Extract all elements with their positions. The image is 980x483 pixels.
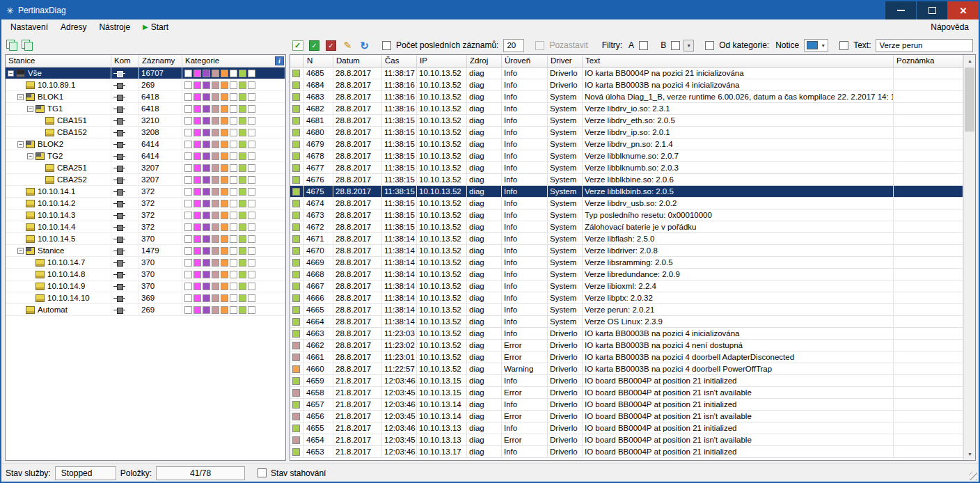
- category-color-square[interactable]: [193, 235, 201, 243]
- log-row[interactable]: 465821.8.201712:03:4510.10.13.15diagErro…: [290, 387, 963, 399]
- log-row[interactable]: 465421.8.201712:03:4510.10.13.13diagErro…: [290, 434, 963, 446]
- category-color-square[interactable]: [184, 188, 192, 196]
- category-color-square[interactable]: [193, 271, 201, 278]
- copy-all-icon[interactable]: [22, 40, 33, 51]
- category-color-square[interactable]: [221, 117, 228, 125]
- column-header-text[interactable]: Text: [583, 55, 894, 68]
- category-color-square[interactable]: [239, 212, 246, 219]
- category-color-square[interactable]: [184, 283, 192, 290]
- category-color-square[interactable]: [184, 294, 192, 302]
- log-row[interactable]: 465521.8.201712:03:4610.10.13.13diagInfo…: [290, 422, 963, 434]
- category-color-square[interactable]: [203, 306, 210, 314]
- column-header-datum[interactable]: Datum: [333, 55, 382, 68]
- category-color-square[interactable]: [203, 283, 210, 290]
- column-header-n[interactable]: N: [304, 55, 333, 68]
- category-color-square[interactable]: [239, 152, 246, 160]
- log-row[interactable]: 467828.8.201711:38:1510.10.13.52diagInfo…: [290, 150, 963, 162]
- tree-row[interactable]: 10.10.14.2372: [6, 198, 285, 209]
- category-color-square[interactable]: [203, 235, 210, 243]
- category-color-square[interactable]: [248, 306, 255, 314]
- log-row[interactable]: 466728.8.201711:38:1410.10.13.52diagInfo…: [290, 280, 963, 292]
- category-color-square[interactable]: [248, 105, 255, 113]
- category-color-square[interactable]: [248, 283, 255, 290]
- category-color-square[interactable]: [230, 188, 237, 196]
- column-header-driver[interactable]: Driver: [548, 55, 583, 68]
- category-color-square[interactable]: [212, 259, 219, 267]
- category-color-square[interactable]: [248, 188, 255, 196]
- category-color-square[interactable]: [184, 152, 192, 160]
- category-color-square[interactable]: [212, 129, 219, 136]
- category-color-square[interactable]: [239, 188, 246, 196]
- category-color-square[interactable]: [193, 294, 201, 302]
- category-color-square[interactable]: [203, 141, 210, 148]
- category-color-square[interactable]: [239, 141, 246, 148]
- category-color-square[interactable]: [221, 294, 228, 302]
- category-color-square[interactable]: [212, 70, 219, 77]
- filter-b-checkbox[interactable]: [671, 41, 680, 50]
- category-color-square[interactable]: [248, 164, 255, 172]
- log-row[interactable]: 467028.8.201711:38:1410.10.13.52diagInfo…: [290, 245, 963, 257]
- log-row[interactable]: 467128.8.201711:38:1410.10.13.52diagInfo…: [290, 233, 963, 245]
- category-color-square[interactable]: [193, 259, 201, 267]
- log-row[interactable]: 468528.8.201711:38:1710.10.13.52diagInfo…: [290, 68, 963, 79]
- category-color-square[interactable]: [184, 176, 192, 184]
- log-row[interactable]: 468128.8.201711:38:1510.10.13.52diagInfo…: [290, 115, 963, 127]
- category-color-square[interactable]: [248, 271, 255, 278]
- category-color-square[interactable]: [193, 70, 201, 77]
- category-color-square[interactable]: [212, 93, 219, 101]
- category-color-square[interactable]: [203, 200, 210, 207]
- category-color-square[interactable]: [239, 176, 246, 184]
- category-color-square[interactable]: [203, 164, 210, 172]
- category-color-square[interactable]: [212, 200, 219, 207]
- collapse-toggle-icon[interactable]: −: [17, 141, 24, 148]
- category-color-square[interactable]: [212, 223, 219, 231]
- category-color-square[interactable]: [212, 141, 219, 148]
- category-color-square[interactable]: [184, 223, 192, 231]
- menu-item-nastaveni[interactable]: Nastavení: [4, 20, 54, 34]
- log-row[interactable]: 466628.8.201711:38:1410.10.13.52diagInfo…: [290, 292, 963, 304]
- category-color-square[interactable]: [221, 306, 228, 314]
- category-color-square[interactable]: [230, 235, 237, 243]
- column-header-z-znamy[interactable]: Záznamy: [139, 55, 182, 68]
- category-color-square[interactable]: [248, 212, 255, 219]
- category-color-square[interactable]: [212, 283, 219, 290]
- category-color-square[interactable]: [230, 152, 237, 160]
- category-color-square[interactable]: [184, 271, 192, 278]
- category-color-square[interactable]: [239, 129, 246, 136]
- log-row[interactable]: 467528.8.201711:38:1510.10.13.52diagInfo…: [290, 186, 963, 198]
- log-row[interactable]: 466428.8.201711:38:1410.10.13.52diagInfo…: [290, 316, 963, 328]
- category-color-square[interactable]: [193, 223, 201, 231]
- category-color-square[interactable]: [203, 223, 210, 231]
- collapse-toggle-icon[interactable]: −: [27, 153, 33, 159]
- category-color-square[interactable]: [212, 247, 219, 255]
- category-color-square[interactable]: [184, 200, 192, 207]
- tree-row[interactable]: 10.10.14.4372: [6, 221, 285, 233]
- category-color-square[interactable]: [221, 223, 228, 231]
- category-color-square[interactable]: [248, 223, 255, 231]
- last-records-count-input[interactable]: [503, 39, 524, 52]
- category-color-square[interactable]: [248, 247, 255, 255]
- category-color-square[interactable]: [203, 176, 210, 184]
- category-color-square[interactable]: [212, 105, 219, 113]
- category-color-square[interactable]: [239, 93, 246, 101]
- tree-row[interactable]: CBA2523207: [6, 174, 285, 186]
- category-color-square[interactable]: [184, 259, 192, 267]
- collapse-toggle-icon[interactable]: −: [17, 248, 24, 254]
- category-color-square[interactable]: [230, 294, 237, 302]
- category-color-square[interactable]: [203, 70, 210, 77]
- category-color-square[interactable]: [239, 200, 246, 207]
- tree-row[interactable]: −BLOK26414: [6, 138, 285, 150]
- category-color-square[interactable]: [221, 152, 228, 160]
- log-row[interactable]: 467228.8.201711:38:1510.10.13.52diagInfo…: [290, 221, 963, 233]
- category-color-square[interactable]: [221, 235, 228, 243]
- scroll-down-icon[interactable]: ▼: [964, 448, 976, 460]
- log-row[interactable]: 465621.8.201712:03:4510.10.13.14diagErro…: [290, 411, 963, 422]
- category-color-square[interactable]: [184, 141, 192, 148]
- filter-table-icon[interactable]: ✓: [291, 39, 304, 52]
- category-color-square[interactable]: [221, 212, 228, 219]
- category-color-square[interactable]: [221, 200, 228, 207]
- tree-row[interactable]: Automat269: [6, 304, 285, 316]
- category-color-square[interactable]: [230, 212, 237, 219]
- log-row[interactable]: 467628.8.201711:38:1510.10.13.52diagInfo…: [290, 174, 963, 186]
- tree-row[interactable]: −TG16418: [6, 103, 285, 115]
